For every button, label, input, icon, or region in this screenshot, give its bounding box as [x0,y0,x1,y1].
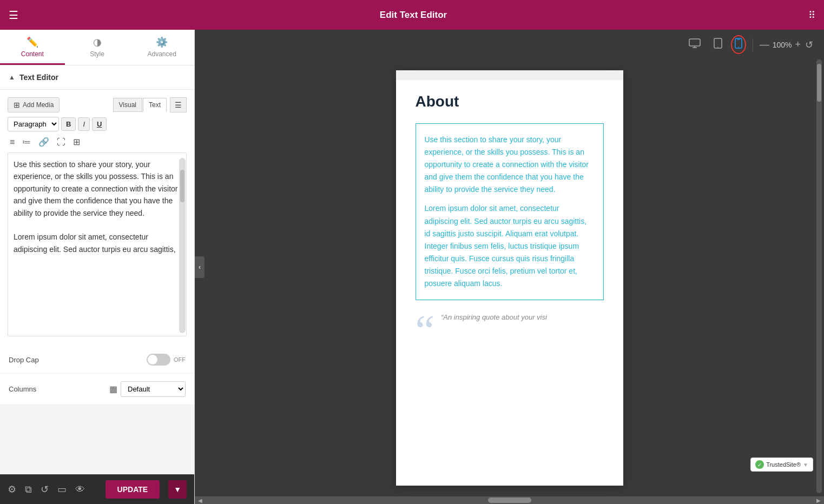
toggle-state-label: OFF [174,356,186,363]
ordered-list-button[interactable]: ≔ [20,136,33,148]
svg-point-4 [717,47,718,48]
bottom-bar: ⚙ ⧉ ↺ ▭ 👁 UPDATE ▼ [0,474,194,504]
collapse-handle[interactable]: ‹ [195,256,205,278]
bold-button[interactable]: B [61,117,76,131]
quote-mark: “ [416,313,435,348]
svg-rect-0 [689,39,700,46]
tab-style[interactable]: ◑ Style [65,30,130,65]
update-arrow-button[interactable]: ▼ [168,480,187,499]
history-icon[interactable]: ↺ [41,483,49,495]
underline-button[interactable]: U [92,117,107,131]
columns-select[interactable]: Default 2 3 4 [121,381,186,397]
preview-about-title: About [416,93,604,110]
toggle-thumb [148,355,157,364]
italic-button[interactable]: I [78,117,90,131]
toolbar-divider [753,38,753,51]
paragraph-select[interactable]: Paragraph [8,117,59,131]
table-button[interactable]: ⊞ [71,136,82,148]
editor-area: ⊞ Add Media Visual Text ☰ Paragraph B I … [0,90,194,346]
columns-label: Columns [9,385,109,393]
zoom-level: 100% [773,41,792,49]
desktop-view-button[interactable] [684,35,705,54]
preview-paragraph-2: Lorem ipsum dolor sit amet, consectetur … [425,202,595,290]
section-title: Text Editor [19,73,58,82]
editor-scrollbar-thumb [180,170,184,202]
add-media-label: Add Media [23,101,54,109]
hamburger-menu-icon[interactable]: ☰ [9,9,18,22]
advanced-tab-icon: ⚙️ [156,36,168,48]
style-tab-icon: ◑ [93,36,102,48]
preview-area: — 100% + ↺ ‹ About Use this section to s… [195,30,824,504]
preview-scrollbar-thumb [817,64,821,102]
preview-text-box: Use this section to share your story, yo… [416,123,604,300]
trusted-site-label: TrustedSite® [766,461,801,468]
sidebar: ✏️ Content ◑ Style ⚙️ Advanced ▲ Text Ed… [0,30,195,504]
scroll-left-arrow[interactable]: ◀ [198,498,202,503]
visual-mode-button[interactable]: Visual [113,98,142,112]
scroll-right-arrow[interactable]: ▶ [816,498,821,503]
preview-page: About Use this section to share your sto… [396,70,623,486]
editor-mode-buttons: Visual Text [113,98,167,112]
settings-icon[interactable]: ⚙ [8,483,16,495]
toggle-track[interactable] [147,354,170,366]
format-bar-2: ≡ ≔ 🔗 ⛶ ⊞ [8,136,187,148]
layers-icon[interactable]: ⧉ [25,484,32,495]
responsive-icon[interactable]: ▭ [57,483,67,495]
mobile-view-button[interactable] [731,35,746,54]
tablet-view-button[interactable] [709,35,727,55]
preview-quote-area: “ “An inspiring quote about your visi [416,313,604,348]
content-tab-label: Content [21,50,44,58]
columns-icon: ▦ [109,384,117,394]
zoom-in-button[interactable]: + [795,39,801,50]
add-media-button[interactable]: ⊞ Add Media [8,97,60,112]
style-tab-label: Style [90,50,104,58]
add-media-icon: ⊞ [14,101,20,109]
trusted-check-icon: ✓ [755,460,764,469]
trusted-site-badge: ✓ TrustedSite® ▼ [750,457,813,472]
update-button[interactable]: UPDATE [106,480,160,499]
tabs-bar: ✏️ Content ◑ Style ⚙️ Advanced [0,30,194,65]
preview-scroll-area[interactable]: About Use this section to share your sto… [195,59,824,496]
page-title: Edit Text Editor [25,10,802,21]
zoom-out-button[interactable]: — [760,39,769,50]
text-mode-button[interactable]: Text [143,98,167,112]
advanced-tab-label: Advanced [147,50,176,58]
collapse-toggle[interactable]: ▲ [9,74,15,81]
preview-bottom-thumb [488,498,531,503]
drop-cap-row: Drop Cap OFF [0,346,194,374]
tab-advanced[interactable]: ⚙️ Advanced [129,30,194,65]
format-bar-1: Paragraph B I U [8,117,187,131]
content-tab-icon: ✏️ [27,36,38,48]
text-editor-input[interactable]: Use this section to share your story, yo… [8,152,187,336]
quote-text: “An inspiring quote about your visi [441,313,547,321]
unordered-list-button[interactable]: ≡ [8,136,17,148]
section-header: ▲ Text Editor [0,65,194,90]
drop-cap-toggle[interactable]: OFF [147,354,186,366]
zoom-area: — 100% + [760,39,801,50]
link-button[interactable]: 🔗 [36,136,51,148]
grid-apps-icon[interactable]: ⠿ [808,9,815,21]
undo-button[interactable]: ↺ [805,39,813,51]
eye-icon[interactable]: 👁 [75,484,85,495]
tab-content[interactable]: ✏️ Content [0,30,65,65]
svg-point-7 [738,47,739,48]
editor-scrollbar [179,158,186,333]
list-icon-button[interactable]: ☰ [170,97,187,112]
editor-toolbar-top: ⊞ Add Media Visual Text ☰ [8,97,187,112]
fullscreen-button[interactable]: ⛶ [55,136,68,148]
preview-bottom-scrollbar[interactable]: ◀ ▶ [195,496,824,504]
trusted-site-arrow: ▼ [803,462,808,468]
drop-cap-label: Drop Cap [9,356,147,364]
preview-paragraph-1: Use this section to share your story, yo… [425,134,595,196]
columns-row: Columns ▦ Default 2 3 4 [0,374,194,405]
